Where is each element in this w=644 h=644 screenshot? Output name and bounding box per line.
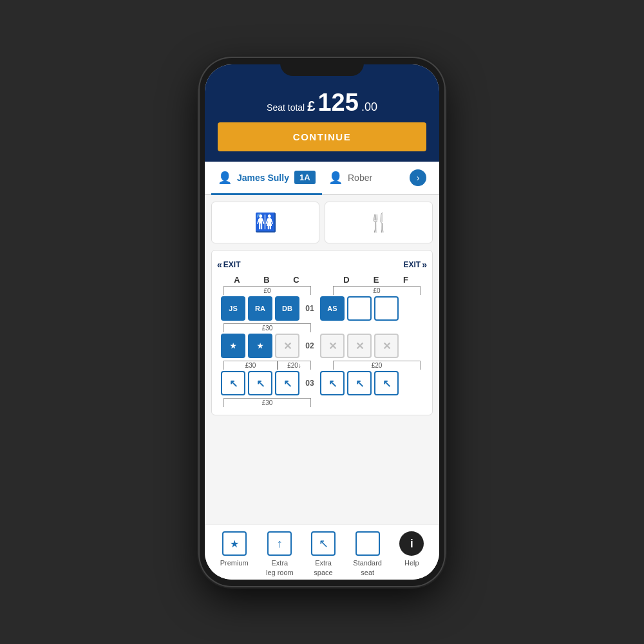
person-icon-robert: 👤 bbox=[328, 171, 343, 185]
row03-price-left-a: £30 bbox=[223, 361, 278, 370]
seat-total-label: Seat total bbox=[267, 102, 305, 113]
seat-1C[interactable]: DB bbox=[275, 296, 299, 321]
row-number-02: 02 bbox=[301, 341, 319, 350]
col-header-a: A bbox=[223, 275, 251, 285]
passenger-tabs: 👤 James Sully 1A 👤 Rober › bbox=[205, 162, 439, 195]
exit-row: « EXIT EXIT » bbox=[217, 257, 427, 275]
seat-row-03: ↖ ↖ ↖ 03 ↖ ↖ ↖ bbox=[217, 371, 427, 395]
person-icon-james: 👤 bbox=[218, 171, 232, 185]
seat-grid: « EXIT EXIT » A B C D E F bbox=[211, 250, 433, 415]
seat-1D[interactable]: AS bbox=[320, 296, 345, 321]
phone-screen: Seat total £ 125 .00 CONTINUE 👤 James Su… bbox=[205, 64, 439, 580]
seat-1A[interactable]: JS bbox=[221, 296, 245, 321]
seat-1E[interactable] bbox=[347, 296, 372, 321]
phone-notch bbox=[280, 58, 364, 76]
legend-row: ★ Premium ↑ Extraleg room ↖ Extraspace S… bbox=[205, 524, 439, 580]
legend-help-icon[interactable]: i bbox=[399, 531, 424, 556]
row-number-03: 03 bbox=[301, 379, 319, 388]
dining-icon: 🍴 bbox=[368, 212, 390, 233]
tab-james-sully[interactable]: 👤 James Sully 1A bbox=[211, 162, 322, 195]
col-header-b: B bbox=[253, 275, 280, 285]
legend-premium: ★ Premium bbox=[220, 531, 249, 577]
legend-extra-space: ↖ Extraspace bbox=[311, 531, 336, 577]
legend-standard-seat-icon bbox=[355, 531, 380, 556]
legend-standard-seat-label: Standardseat bbox=[353, 558, 382, 577]
cross-icon-2F: ✕ bbox=[383, 340, 391, 352]
seat-total-amount: 125 bbox=[317, 90, 358, 115]
seat-row-01: JS RA DB 01 AS bbox=[217, 296, 427, 321]
col-header-e: E bbox=[363, 275, 390, 285]
continue-button[interactable]: CONTINUE bbox=[218, 122, 426, 151]
seat-3A[interactable]: ↖ bbox=[221, 371, 245, 395]
seat-row-02: ★ ★ ✕ 02 ✕ ✕ ✕ bbox=[217, 334, 427, 358]
header: Seat total £ 125 .00 CONTINUE bbox=[205, 64, 439, 162]
seat-2C: ✕ bbox=[275, 334, 299, 358]
col-header-f: F bbox=[392, 275, 419, 285]
legend-premium-icon: ★ bbox=[222, 531, 247, 556]
seat-map-container[interactable]: 🚻 🍴 « EXIT EXIT » bbox=[205, 195, 439, 524]
seat-3E[interactable]: ↖ bbox=[347, 371, 372, 395]
cross-icon-2D: ✕ bbox=[328, 340, 337, 352]
restroom-amenity: 🚻 bbox=[211, 202, 319, 243]
seat-2F: ✕ bbox=[374, 334, 399, 358]
row01-price-left: £0 bbox=[223, 286, 311, 295]
col-header-d: D bbox=[333, 275, 360, 285]
row04-price-left: £30 bbox=[223, 398, 311, 407]
column-headers: A B C D E F bbox=[217, 275, 427, 285]
seat-1F[interactable] bbox=[374, 296, 399, 321]
seat-3B[interactable]: ↖ bbox=[248, 371, 272, 395]
seat-2D: ✕ bbox=[320, 334, 345, 358]
legend-extra-legroom-icon: ↑ bbox=[267, 531, 292, 556]
legend-extra-space-label: Extraspace bbox=[314, 558, 332, 577]
row02-price-left: £30 bbox=[223, 323, 311, 332]
col-header-c: C bbox=[283, 275, 310, 285]
seat-2B[interactable]: ★ bbox=[248, 334, 272, 358]
legend-extra-legroom: ↑ Extraleg room bbox=[266, 531, 294, 577]
seat-3F[interactable]: ↖ bbox=[374, 371, 399, 395]
dining-amenity: 🍴 bbox=[325, 202, 433, 243]
chevron-double-left-icon: « bbox=[217, 260, 222, 270]
cross-icon-2E: ✕ bbox=[355, 340, 364, 352]
exit-left-label: « EXIT bbox=[217, 260, 240, 270]
legend-premium-label: Premium bbox=[220, 558, 249, 567]
seat-badge-james: 1A bbox=[294, 171, 316, 184]
legend-standard-seat: Standardseat bbox=[353, 531, 382, 577]
seat-3D[interactable]: ↖ bbox=[320, 371, 345, 395]
row03-price-right: £20 bbox=[333, 361, 421, 370]
row-number-01: 01 bbox=[301, 304, 319, 313]
row01-price-right: £0 bbox=[333, 286, 421, 295]
exit-right-label: EXIT » bbox=[404, 260, 427, 270]
passenger-name-james: James Sully bbox=[237, 173, 289, 183]
legend-help-label: Help bbox=[404, 558, 419, 567]
phone-frame: Seat total £ 125 .00 CONTINUE 👤 James Su… bbox=[200, 58, 444, 586]
cross-icon-2C: ✕ bbox=[283, 340, 292, 352]
seat-1B[interactable]: RA bbox=[248, 296, 272, 321]
legend-extra-legroom-label: Extraleg room bbox=[266, 558, 294, 577]
currency-symbol: £ bbox=[307, 98, 315, 115]
seat-3C[interactable]: ↖ bbox=[275, 371, 299, 395]
seat-total: Seat total £ 125 .00 bbox=[267, 90, 377, 115]
tab-robert[interactable]: 👤 Rober › bbox=[322, 162, 433, 194]
amenities-row: 🚻 🍴 bbox=[211, 202, 433, 243]
passenger-name-robert: Rober bbox=[348, 173, 372, 183]
seat-2A[interactable]: ★ bbox=[221, 334, 245, 358]
tab-next-arrow[interactable]: › bbox=[410, 169, 426, 186]
restroom-icon: 🚻 bbox=[254, 212, 277, 233]
row03-price-left-b: £20↓ bbox=[278, 361, 311, 370]
seat-total-cents: .00 bbox=[361, 100, 377, 114]
chevron-double-right-icon: » bbox=[422, 260, 427, 270]
seat-2E: ✕ bbox=[347, 334, 372, 358]
legend-help[interactable]: i Help bbox=[399, 531, 424, 577]
legend-extra-space-icon: ↖ bbox=[311, 531, 336, 556]
